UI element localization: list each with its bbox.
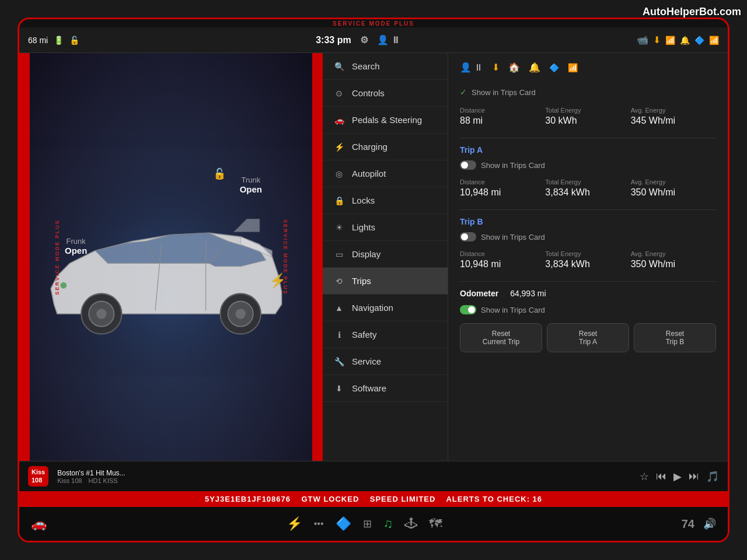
menu-item-trips[interactable]: ⟲ Trips: [323, 268, 448, 295]
menu-label-autopilot: Autopilot: [352, 169, 386, 178]
prev-icon[interactable]: ⏮: [656, 470, 666, 482]
menu-item-autopilot[interactable]: ◎ Autopilot: [323, 160, 448, 187]
reset-a-label: ResetTrip A: [579, 330, 597, 346]
status-bar: 68 mi 🔋 🔓 3:33 pm ⚙ 👤 ⏸ 📹 ⬇ 📶 🔔 🔷 📶: [19, 27, 728, 53]
trip-b-avg: Avg. Energy 350 Wh/mi: [631, 247, 716, 272]
alert-banner: 5YJ3E1EB1JF108676 GTW LOCKED SPEED LIMIT…: [19, 491, 728, 507]
menu-label-display: Display: [352, 249, 381, 259]
trip-a-toggle-row[interactable]: Show in Trips Card: [460, 160, 716, 170]
current-energy: Total Energy 30 kWh: [545, 104, 630, 129]
svg-point-3: [96, 309, 106, 318]
trip-a-avg: Avg. Energy 350 Wh/mi: [631, 176, 716, 201]
spotify-icon[interactable]: ♫: [383, 516, 393, 531]
grid-icon[interactable]: ⊞: [363, 517, 372, 530]
trip-b-toggle[interactable]: [460, 232, 476, 242]
download-icon[interactable]: ⬇: [653, 34, 661, 46]
bezel: SERVICE MODE PLUS 68 mi 🔋 🔓 3:33 pm ⚙ 👤 …: [18, 18, 729, 542]
next-icon[interactable]: ⏭: [689, 470, 699, 482]
battery-icon: 🔋: [54, 36, 64, 45]
menu-item-locks[interactable]: 🔒 Locks: [323, 187, 448, 214]
lock-icon: 🔓: [69, 36, 79, 45]
current-avg-value: 345 Wh/mi: [631, 116, 716, 126]
service-icon: 🔧: [333, 357, 345, 366]
service-mode-left-text: SERVICE MODE PLUS: [54, 219, 60, 295]
notification-icon: 🔔: [529, 62, 540, 73]
taskbar-left: 🚗: [31, 516, 47, 531]
reset-current-label: ResetCurrent Trip: [483, 330, 519, 346]
menu-label-trips: Trips: [352, 276, 371, 286]
service-mode-right-text: SERVICE MODE PLUS: [282, 219, 288, 295]
trip-b-energy: Total Energy 3,834 kWh: [545, 247, 630, 272]
trip-b-avg-value: 350 Wh/mi: [631, 259, 716, 270]
divider-1: [460, 138, 716, 138]
play-icon[interactable]: ▶: [673, 470, 682, 483]
reset-trip-a-button[interactable]: ResetTrip A: [547, 323, 629, 352]
odometer-show-card-label: Show in Trips Card: [481, 306, 545, 314]
controls-icon: ⊙: [333, 89, 345, 98]
profile-icon: 👤 ⏸: [377, 34, 400, 46]
menu-item-lights[interactable]: ☀ Lights: [323, 214, 448, 241]
trip-b-toggle-row[interactable]: Show in Trips Card: [460, 232, 716, 242]
menu-item-software[interactable]: ⬇ Software: [323, 375, 448, 402]
trip-a-toggle[interactable]: [460, 160, 476, 170]
menu-item-navigation[interactable]: ▲ Navigation: [323, 295, 448, 321]
volume-icon[interactable]: 🔊: [703, 517, 716, 530]
taskbar-right: 74 🔊: [682, 517, 716, 531]
trip-b-avg-label: Avg. Energy: [631, 250, 716, 257]
maps-icon[interactable]: 🗺: [429, 516, 442, 531]
taskbar-center: ⚡ ••• 🔷 ⊞ ♫ 🕹 🗺: [287, 516, 442, 531]
audio-options-icon[interactable]: 🎵: [706, 470, 719, 483]
main-show-trips-card[interactable]: ✓ Show in Trips Card: [460, 88, 716, 97]
menu-label-lights: Lights: [352, 222, 375, 232]
trip-a-show-card-label: Show in Trips Card: [481, 161, 545, 170]
service-mode-left-border: SERVICE MODE PLUS: [19, 53, 30, 461]
menu-panel: 🔍 Search ⊙ Controls 🚗 Pedals & Steering …: [323, 53, 448, 461]
bt-icon: 🔷: [549, 63, 559, 72]
music-controls: ☆ ⏮ ▶ ⏭ 🎵: [640, 470, 719, 483]
status-left: 68 mi 🔋 🔓: [28, 36, 79, 45]
reset-buttons: ResetCurrent Trip ResetTrip A ResetTrip …: [460, 323, 716, 352]
menu-item-display[interactable]: ▭ Display: [323, 241, 448, 268]
trips-header-icons: 👤 ⏸ ⬇ 🏠 🔔 🔷 📶: [460, 62, 578, 73]
trunk-label: Trunk Open: [240, 176, 262, 194]
menu-item-pedals[interactable]: 🚗 Pedals & Steering: [323, 107, 448, 134]
navigation-icon: ▲: [333, 303, 345, 313]
bluetooth-taskbar-icon[interactable]: 🔷: [336, 516, 351, 531]
speed-display: 74: [682, 517, 694, 531]
favorite-icon[interactable]: ☆: [640, 470, 649, 483]
menu-item-service[interactable]: 🔧 Service: [323, 348, 448, 375]
more-icon[interactable]: •••: [314, 519, 324, 529]
download-header-icon[interactable]: ⬇: [492, 62, 500, 73]
music-channel: HD1 KISS: [89, 477, 118, 484]
car-icon[interactable]: 🚗: [31, 516, 47, 531]
main-checkmark-icon: ✓: [460, 88, 467, 97]
trip-b-distance: Distance 10,948 mi: [460, 247, 545, 272]
odometer-toggle[interactable]: [460, 305, 476, 314]
current-distance: Distance 88 mi: [460, 104, 545, 129]
trip-b-distance-value: 10,948 mi: [460, 259, 545, 270]
alert-alerts: ALERTS TO CHECK: 16: [446, 495, 542, 503]
bell-icon: 🔔: [680, 36, 690, 45]
svg-point-6: [236, 309, 246, 318]
menu-item-charging[interactable]: ⚡ Charging: [323, 134, 448, 160]
flash-icon[interactable]: ⚡: [287, 516, 302, 531]
left-panel: SERVICE MODE PLUS: [19, 53, 323, 461]
time-display: 3:33 pm: [316, 35, 351, 46]
current-trip-stats: Distance 88 mi Total Energy 30 kWh Avg. …: [460, 104, 716, 129]
odometer-toggle-row[interactable]: Show in Trips Card: [460, 305, 716, 314]
reset-current-trip-button[interactable]: ResetCurrent Trip: [460, 323, 542, 352]
menu-item-safety[interactable]: ℹ Safety: [323, 321, 448, 348]
lock-status-icon: 🔓: [213, 167, 226, 180]
trip-a-title: Trip A: [460, 145, 716, 155]
menu-label-controls: Controls: [352, 88, 385, 98]
locks-icon: 🔒: [333, 196, 345, 205]
divider-3: [460, 281, 716, 282]
alert-gtw: GTW LOCKED: [301, 495, 359, 503]
game-icon[interactable]: 🕹: [404, 516, 417, 531]
menu-item-search[interactable]: 🔍 Search: [323, 53, 448, 80]
alert-speed: SPEED LIMITED: [370, 495, 436, 503]
reset-trip-b-button[interactable]: ResetTrip B: [634, 323, 716, 352]
menu-label-locks: Locks: [352, 195, 375, 205]
menu-item-controls[interactable]: ⊙ Controls: [323, 80, 448, 107]
menu-label-service: Service: [352, 356, 381, 366]
